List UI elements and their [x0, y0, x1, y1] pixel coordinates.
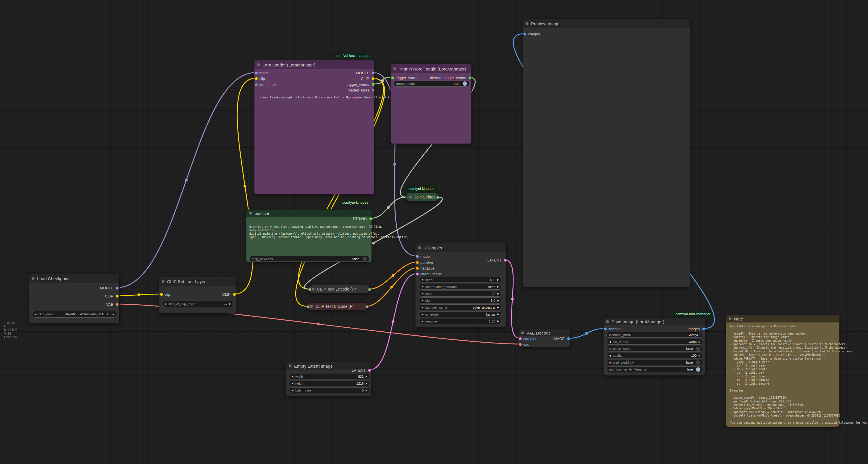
- slot-collapsed-dot[interactable]: [308, 288, 311, 291]
- widget-stop-at-clip-layer[interactable]: ◀stop_at_clip_layer-2▶: [162, 300, 234, 307]
- node-clip-text-encode-negative[interactable]: CLIP Text Encode (Pr: [307, 302, 367, 310]
- node-titlebar[interactable]: Note: [726, 315, 839, 322]
- slot-latent-dot[interactable]: [504, 259, 507, 262]
- node-empty-latent-image[interactable]: Empty Latent ImageLATENT◀width832▶◀heigh…: [286, 362, 371, 397]
- widget-height[interactable]: ◀height1216▶: [289, 381, 370, 386]
- widget-increment-arrow[interactable]: ▶: [497, 306, 499, 309]
- slot-model-dot[interactable]: [255, 71, 258, 75]
- widget-increment-arrow[interactable]: ▶: [366, 382, 367, 385]
- node-titlebar[interactable]: positive: [246, 210, 371, 216]
- slot-latent-image-dot[interactable]: [416, 272, 419, 276]
- collapse-dot[interactable]: [257, 63, 260, 66]
- slot-trigger-words-dot[interactable]: [371, 83, 375, 86]
- widget-denoise[interactable]: ◀denoise1.00▶: [419, 318, 502, 324]
- collapse-dot[interactable]: [728, 317, 732, 320]
- widget-scheduler[interactable]: ◀schedulerkarras▶: [419, 311, 502, 317]
- widget-increment-arrow[interactable]: ▶: [699, 354, 701, 357]
- node-titlebar[interactable]: VAE Decode: [518, 329, 570, 336]
- widget-decrement-arrow[interactable]: ◀: [34, 313, 36, 316]
- collapse-dot[interactable]: [521, 331, 524, 334]
- widget-increment-arrow[interactable]: ▶: [497, 299, 499, 302]
- collapse-dot[interactable]: [418, 246, 421, 249]
- node-lora-loader[interactable]: Lora Loader (LoraManager)modelcliplora_s…: [254, 60, 374, 195]
- slot-collapsed-dot[interactable]: [307, 305, 310, 308]
- widget-add-counter-to-filename[interactable]: add_counter_to_filenametrue: [607, 367, 703, 372]
- widget-control-after-generate[interactable]: ◀control after generatefixed▶: [419, 284, 502, 290]
- slot-vae-dot[interactable]: [519, 343, 522, 346]
- node-titlebar[interactable]: CLIP Text Encode (Pr: [309, 285, 369, 293]
- widget-group-mode[interactable]: group_modetrue: [394, 81, 469, 87]
- widget-decrement-arrow[interactable]: ◀: [164, 302, 166, 305]
- widget-decrement-arrow[interactable]: ◀: [609, 341, 611, 343]
- widget-decrement-arrow[interactable]: ◀: [422, 299, 423, 302]
- widget-decrement-arrow[interactable]: ◀: [422, 320, 423, 322]
- widget-increment-arrow[interactable]: ▶: [497, 313, 499, 316]
- collapse-dot[interactable]: [32, 277, 34, 280]
- widget-steps[interactable]: ◀steps20▶: [419, 291, 502, 297]
- widget-increment-arrow[interactable]: ▶: [113, 313, 115, 316]
- node-titlebar[interactable]: KSampler: [415, 243, 506, 252]
- node-titlebar[interactable]: Preview Image: [523, 19, 690, 28]
- slot-clip-dot[interactable]: [371, 77, 375, 80]
- node-titlebar[interactable]: CLIP Text Encode (Pr: [307, 302, 367, 310]
- collapse-dot[interactable]: [393, 67, 396, 70]
- widget-file-format[interactable]: ◀file_formatwebp▶: [607, 339, 703, 345]
- slot-model-dot[interactable]: [371, 71, 375, 75]
- widget-decrement-arrow[interactable]: ◀: [291, 375, 293, 378]
- collapse-dot[interactable]: [310, 305, 313, 308]
- node-vae-decode[interactable]: VAE DecodesamplesvaeIMAGE: [518, 329, 570, 347]
- widget-embed-workflow[interactable]: embed_workflowfalse: [607, 359, 703, 365]
- widget-increment-arrow[interactable]: ▶: [366, 375, 367, 378]
- slot-images-dot[interactable]: [604, 327, 607, 330]
- widget-lossless-webp[interactable]: lossless_webpfalse: [607, 346, 703, 351]
- node-titlebar[interactable]: Lora Loader (LoraManager): [254, 60, 374, 69]
- widget-increment-arrow[interactable]: ▶: [497, 292, 499, 295]
- widget-decrement-arrow[interactable]: ◀: [291, 382, 293, 385]
- widget-increment-arrow[interactable]: ▶: [497, 320, 499, 322]
- slot-collapsed-dot[interactable]: [365, 305, 369, 308]
- slot-clip-dot[interactable]: [233, 293, 236, 296]
- node-titlebar[interactable]: Load Checkpoint: [29, 274, 119, 283]
- toggle-dot[interactable]: [696, 347, 701, 351]
- slot-samples-dot[interactable]: [519, 337, 522, 340]
- prompt-text[interactable]: highres, very detailed, amazing quality,…: [249, 225, 408, 239]
- toggle-dot[interactable]: [363, 257, 367, 261]
- slot-image-dot[interactable]: [567, 337, 570, 340]
- node-titlebar[interactable]: Join Strings: [406, 193, 438, 201]
- slot-clip-dot[interactable]: [116, 295, 119, 298]
- widget-decrement-arrow[interactable]: ◀: [422, 285, 423, 288]
- widget-increment-arrow[interactable]: ▶: [366, 389, 367, 392]
- widget-strip-newlines[interactable]: strip_newlinesfalse: [249, 256, 369, 262]
- collapse-dot[interactable]: [409, 196, 412, 199]
- slot-latent-dot[interactable]: [368, 369, 371, 372]
- slot-images-dot[interactable]: [702, 327, 705, 330]
- widget-filename-prefix[interactable]: filename_prefixComfyUI: [607, 332, 703, 338]
- slot-clip-dot[interactable]: [160, 293, 163, 296]
- widget-sampler-name[interactable]: ◀sampler_nameeuler_ancestral▶: [419, 304, 502, 310]
- graph-canvas[interactable]: T: 0.00sI: 0N: 14 [14]V: 28FPS:58.82 Loa…: [0, 0, 868, 464]
- slot-lora-stack-dot[interactable]: [255, 83, 258, 86]
- collapse-dot[interactable]: [526, 22, 528, 25]
- node-save-image[interactable]: Save Image (LoraManager)imagesimagesfile…: [603, 318, 705, 376]
- note-text[interactable]: Available filename_prefix Pattern Codes …: [730, 325, 867, 425]
- slot-images-dot[interactable]: [523, 32, 526, 36]
- widget-decrement-arrow[interactable]: ◀: [422, 279, 423, 281]
- widget-increment-arrow[interactable]: ▶: [497, 285, 499, 288]
- widget-increment-arrow[interactable]: ▶: [497, 279, 499, 281]
- node-clip-text-encode-positive[interactable]: CLIP Text Encode (Pr: [309, 285, 370, 293]
- collapse-dot[interactable]: [289, 365, 291, 367]
- slot-loaded-loras-dot[interactable]: [371, 89, 375, 92]
- slot-trigger-words-dot[interactable]: [391, 76, 394, 79]
- slot-positive-dot[interactable]: [416, 261, 419, 264]
- node-titlebar[interactable]: TriggerWord Toggle (LoraManager): [391, 64, 471, 74]
- node-ksampler[interactable]: KSamplermodelpositivenegativelatent_imag…: [415, 243, 506, 327]
- widget-batch-size[interactable]: ◀batch_size3▶: [289, 387, 370, 393]
- widget-seed[interactable]: ◀seed409▶: [419, 277, 502, 283]
- slot-negative-dot[interactable]: [416, 267, 419, 270]
- slot-model-dot[interactable]: [116, 287, 119, 290]
- slot-collapsed-dot[interactable]: [436, 196, 439, 199]
- widget-decrement-arrow[interactable]: ◀: [422, 313, 423, 316]
- slot-clip-dot[interactable]: [255, 77, 258, 80]
- node-preview-image[interactable]: Preview Imageimages: [523, 19, 690, 287]
- collapse-dot[interactable]: [312, 288, 314, 291]
